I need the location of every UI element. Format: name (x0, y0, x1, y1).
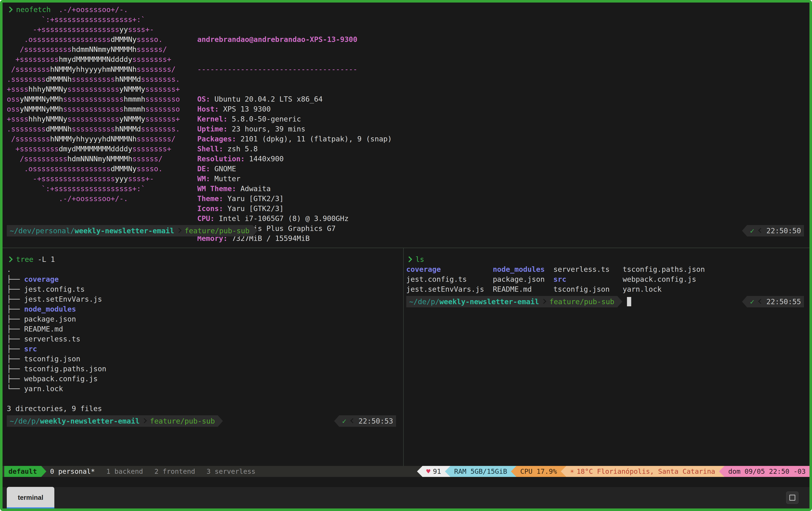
session-name: default (4, 466, 41, 477)
tree-entry: └── yarn.lock (7, 384, 403, 394)
powerline-arrow-icon (334, 415, 339, 427)
git-branch: feature/pub-sub (184, 226, 250, 236)
file-item: package.json (493, 274, 553, 284)
prompt-line: ~/de/p/weekly-newsletter-emailfeature/pu… (406, 296, 809, 307)
prompt-path-anchor: weekly-newsletter-email (439, 297, 539, 307)
prompt-path-segment: ~/de/p/weekly-newsletter-emailfeature/pu… (406, 296, 617, 307)
terminal-cursor[interactable] (627, 297, 631, 306)
tree-summary: 3 directories, 9 files (7, 404, 403, 413)
tree-entry: ├── webpack.config.js (7, 374, 403, 384)
neofetch-field: WM:Mutter (197, 174, 392, 184)
prompt-path-segment: ~/de/p/weekly-newsletter-emailfeature/pu… (7, 415, 218, 427)
prompt-line: ~/dev/personal/weekly-newsletter-emailfe… (7, 225, 809, 237)
file-item: README.md (493, 284, 553, 294)
powerline-arrow-icon (742, 296, 747, 307)
chevron-left-icon (758, 299, 763, 304)
git-branch: feature/pub-sub (549, 297, 614, 307)
tab-label: terminal (18, 494, 44, 502)
neofetch-field: Host:XPS 13 9300 (197, 104, 392, 114)
prompt-status-segment: ✓22:50:55 (742, 296, 804, 307)
prompt-path: ~/dev/personal/ (10, 226, 75, 236)
tree-entry: ├── tsconfig.json (7, 354, 403, 364)
neofetch-field: WM Theme:Adwaita (197, 184, 392, 194)
tree-entry: ├── serverless.ts (7, 334, 403, 344)
tab-terminal[interactable]: terminal (7, 487, 54, 508)
neofetch-field: Theme:Yaru [GTK2/3] (197, 194, 392, 204)
command-text: tree (16, 255, 33, 264)
prompt-path-anchor: weekly-newsletter-email (40, 416, 140, 426)
status-widgets: ♥91RAM 5GB/15GiBCPU 17.9%☀18°C Florianóp… (417, 466, 809, 477)
terminal: .-/+oossssoo+/-. `:+ssssssssssssssssss+:… (3, 3, 809, 477)
neofetch-field: Uptime:23 hours, 39 mins (197, 124, 392, 134)
neofetch-fields: OS:Ubuntu 20.04.2 LTS x86_64Host:XPS 13 … (197, 94, 392, 243)
powerline-arrow-icon (742, 225, 747, 237)
command-args: -L 1 (38, 255, 55, 264)
file-item: tsconfig.json (553, 284, 623, 294)
window-item[interactable]: 2 frontend (154, 466, 195, 477)
file-item: jest.setEnvVars.js (406, 284, 493, 294)
file-row: jest.setEnvVars.jsREADME.mdtsconfig.json… (406, 284, 809, 294)
tree-entry: ├── jest.config.ts (7, 284, 403, 294)
widget-date: dom 09/05 22:50 -03 (724, 466, 809, 477)
weather-icon: ☀ (570, 466, 574, 477)
tree-entry: ├── src (7, 344, 403, 354)
chevron-right-icon (541, 299, 546, 304)
prompt-status-segment: ✓22:50:53 (334, 415, 396, 427)
file-item: tsconfig.paths.json (622, 264, 809, 274)
window-item[interactable]: 3 serverless (207, 466, 256, 477)
neofetch-field: CPU:Intel i7-1065G7 (8) @ 3.900GHz (197, 214, 392, 223)
powerline-arrow-icon (617, 296, 622, 307)
prompt-chevron-icon (7, 6, 13, 12)
prompt-status-segment: ✓22:50:50 (742, 225, 804, 237)
file-item: src (553, 274, 623, 284)
heart-icon: ♥ (426, 466, 430, 477)
tree-entry: ├── package.json (7, 314, 403, 324)
check-icon: ✓ (750, 226, 754, 236)
neofetch-separator: ------------------------------------- (197, 64, 392, 74)
new-window-icon[interactable] (786, 491, 799, 504)
terminal-chrome: terminal (3, 477, 809, 508)
file-item: jest.config.ts (406, 274, 493, 284)
powerline-arrow-icon (561, 466, 566, 477)
file-item: yarn.lock (622, 284, 809, 294)
neofetch-field: Resolution:1440x900 (197, 154, 392, 164)
neofetch-field: Packages:2101 (dpkg), 11 (flatpak), 9 (s… (197, 134, 392, 144)
command-line: tree-L 1 (7, 254, 403, 264)
tmux-status-bar: default 0 personal*1 backend2 frontend3 … (3, 466, 809, 477)
prompt-time: 22:50:50 (766, 226, 801, 236)
tree-entry: ├── jest.setEnvVars.js (7, 294, 403, 304)
check-icon: ✓ (750, 297, 754, 307)
window-item[interactable]: 0 personal* (50, 466, 95, 477)
prompt-path: ~/de/p/ (10, 416, 40, 426)
prompt-path-anchor: weekly-newsletter-email (75, 226, 174, 236)
chevron-left-icon (350, 418, 355, 423)
file-item: webpack.config.js (622, 274, 809, 284)
neofetch-field: Icons:Yaru [GTK2/3] (197, 204, 392, 214)
neofetch-info: andrebrandao@andrebrandao-XPS-13-9300 --… (197, 15, 392, 248)
git-branch: feature/pub-sub (150, 416, 215, 426)
tree-entry: ├── tsconfig.paths.json (7, 364, 403, 374)
ubuntu-ascii-logo: .-/+oossssoo+/-. `:+ssssssssssssssssss+:… (7, 5, 180, 204)
prompt-chevron-icon (7, 256, 13, 262)
prompt-path: ~/de/p/ (409, 297, 439, 307)
tree-listing: ├── coverage├── jest.config.ts├── jest.s… (7, 274, 403, 394)
powerline-arrow-icon (41, 466, 46, 477)
neofetch-field: Shell:zsh 5.8 (197, 144, 392, 154)
neofetch-title: andrebrandao@andrebrandao-XPS-13-9300 (197, 34, 392, 45)
neofetch-field: Kernel:5.8.0-50-generic (197, 114, 392, 124)
tree-entry: ├── node_modules (7, 304, 403, 314)
file-item: node_modules (493, 264, 553, 274)
prompt-chevron-icon (406, 256, 412, 262)
pane-ls: ls coveragenode_modulesserverless.tstsco… (404, 248, 809, 466)
file-row: coveragenode_modulesserverless.tstsconfi… (406, 264, 809, 274)
window-item[interactable]: 1 backend (106, 466, 143, 477)
pane-tree: tree-L 1 . ├── coverage├── jest.config.t… (3, 248, 403, 466)
widget-ram: RAM 5GB/15GiB (451, 466, 511, 477)
widget-cpu: CPU 17.9% (516, 466, 560, 477)
neofetch-field: OS:Ubuntu 20.04.2 LTS x86_64 (197, 94, 392, 104)
chevron-right-icon (142, 418, 147, 423)
powerline-arrow-icon (417, 466, 423, 477)
command-line: ls (406, 254, 809, 264)
window-frame: .-/+oossssoo+/-. `:+ssssssssssssssssss+:… (0, 0, 812, 511)
chevron-right-icon (176, 228, 181, 233)
